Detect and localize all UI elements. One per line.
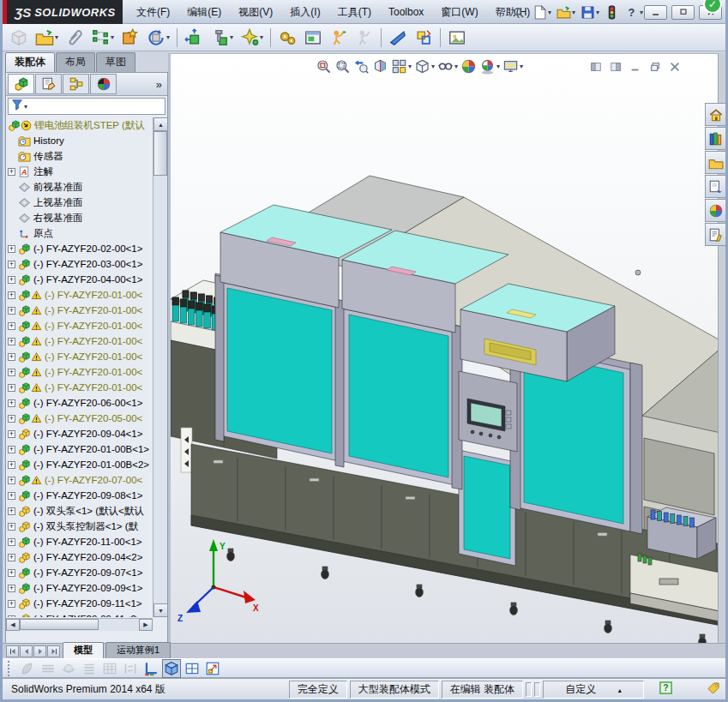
minimize-button[interactable] [644, 5, 667, 20]
display-style-button[interactable]: ▾ [413, 57, 436, 75]
tree-item[interactable]: (-) FY-AZYF20-02-00<1> [6, 241, 167, 256]
filter-funnel-icon[interactable] [11, 99, 23, 114]
save-doc-button[interactable]: ▾ [579, 4, 601, 21]
expand-toggle-icon[interactable] [8, 554, 15, 561]
tree-item-label[interactable]: (-) FY-AZYF20-07-00< [45, 475, 142, 485]
tree-item-label[interactable]: (-) FY-AZYF20-01-00< [45, 290, 142, 300]
scroll-up-button[interactable]: ▲ [153, 117, 168, 131]
design-library-button[interactable] [705, 127, 727, 150]
expand-toggle-icon[interactable] [8, 615, 15, 618]
dropdown-caret-icon[interactable]: ▾ [230, 33, 233, 41]
panel-overflow-button[interactable]: » [156, 78, 162, 91]
tree-item[interactable]: (-) FY-AZYF20-06-00<1> [6, 395, 167, 411]
doc-restore-button[interactable] [648, 60, 662, 74]
tree-item[interactable]: History [6, 133, 167, 148]
expand-toggle-icon[interactable] [8, 461, 15, 469]
menu-item-5[interactable]: 工具(T) [329, 3, 380, 21]
tree-item-label[interactable]: (-) FY-AZYF20-01-00< [45, 305, 142, 315]
status-tag-icon[interactable] [707, 681, 720, 698]
tree-item-label[interactable]: 锂电池组装机STEP (默认 [34, 119, 145, 132]
tree-item-label[interactable]: (-) FY-AZYF20-09-11<2> [33, 614, 142, 617]
tab-模型[interactable]: 模型 [63, 642, 104, 658]
tree-item[interactable]: (-) FY-AZYF20-05-00< [6, 411, 167, 426]
tree-item-label[interactable]: (-) 双头泵<1> (默认<默认 [33, 505, 144, 518]
tree-item[interactable]: (-) FY-AZYF20-04-00<1> [6, 272, 167, 287]
new-doc-button[interactable]: ▾ [531, 4, 553, 21]
menu-item-2[interactable]: 编辑(E) [178, 3, 230, 21]
tree-item[interactable]: (-) FY-AZYF20-01-00< [6, 303, 167, 318]
expand-toggle-icon[interactable] [8, 353, 15, 361]
motion-gears-button[interactable] [275, 26, 299, 50]
tree-item[interactable]: (-) FY-AZYF20-01-00< [6, 287, 167, 303]
dropdown-caret-icon[interactable]: ▾ [408, 63, 412, 70]
tree-item-label[interactable]: (-) FY-AZYF20-09-09<1> [33, 583, 142, 593]
tree-item[interactable]: (-) FY-AZYF20-01-00< [6, 380, 167, 395]
tree-item[interactable]: (-) FY-AZYF20-09-04<1> [6, 426, 167, 441]
doc-close-button[interactable] [668, 60, 682, 74]
dropdown-caret-icon[interactable]: ▾ [431, 63, 435, 70]
dropdown-caret-icon[interactable]: ▾ [596, 9, 599, 16]
nav-next-button[interactable] [33, 645, 46, 657]
smart-fasteners-button[interactable]: ▾ [208, 26, 236, 50]
tree-item[interactable]: 右视基准面 [6, 210, 167, 225]
tree-item[interactable]: (-) FY-AZYF20-01-00< [6, 318, 167, 333]
expand-toggle-icon[interactable] [8, 384, 15, 392]
tree-item-label[interactable]: (-) FY-AZYF20-03-00<1> [33, 259, 142, 269]
hide-show-button[interactable]: ▾ [436, 57, 459, 75]
menu-item-3[interactable]: 视图(V) [230, 3, 281, 21]
tree-item-label[interactable]: (-) FY-AZYF20-02-00<1> [33, 243, 142, 254]
dropdown-caret-icon[interactable]: ▾ [454, 63, 458, 70]
tree-item[interactable]: (-) FY-AZYF20-09-07<1> [6, 565, 167, 580]
file-explorer-button[interactable] [705, 151, 727, 174]
zoom-area-button[interactable] [334, 57, 352, 75]
dropdown-caret-icon[interactable]: ▾ [111, 33, 114, 41]
menu-item-4[interactable]: 插入(I) [281, 3, 328, 21]
tree-item-label[interactable]: 右视基准面 [33, 212, 83, 225]
tree-item-label[interactable]: (-) FY-AZYF20-01-00< [45, 351, 142, 362]
tree-item[interactable]: 上视基准面 [6, 195, 167, 210]
filter-caret[interactable]: ▾ [24, 103, 27, 111]
interference-check-button[interactable] [412, 26, 436, 50]
graphics-viewport[interactable]: ▾▾▾▾▾ [171, 53, 718, 643]
nav-prev-button[interactable] [20, 645, 33, 657]
preview-window-button[interactable] [301, 26, 325, 50]
tree-item-label[interactable]: (-) FY-AZYF20-11-00<1> [33, 537, 142, 547]
tree-item-label[interactable]: (-) FY-AZYF20-09-07<1> [33, 567, 142, 578]
traffic-light-button[interactable] [603, 4, 621, 21]
tree-item[interactable]: (-) FY-AZYF20-09-11<1> [6, 596, 167, 611]
paperclip-button[interactable] [63, 26, 87, 50]
tree-item-label[interactable]: 前视基准面 [33, 181, 83, 194]
expand-toggle-icon[interactable] [8, 261, 15, 268]
rotate-component-button[interactable]: ▾ [144, 26, 172, 50]
tree-item-label[interactable]: (-) FY-AZYF20-01-00B<2> [33, 459, 149, 470]
tree-item-label[interactable]: (-) FY-AZYF20-09-11<1> [33, 598, 142, 609]
open-folder-button[interactable]: ▾ [33, 26, 61, 50]
custom-properties-button[interactable] [705, 223, 727, 246]
tree-horizontal-scrollbar[interactable]: ◀ ▶ [6, 618, 153, 631]
section-blade-button[interactable] [386, 26, 410, 50]
section-view-button[interactable] [371, 57, 389, 75]
tree-item[interactable]: (-) FY-AZYF20-01-00B<1> [6, 441, 167, 457]
tree-item[interactable]: (-) FY-AZYF20-11-00<1> [6, 534, 167, 549]
pane-left-button[interactable] [589, 60, 603, 74]
tree-item-label[interactable]: (-) FY-AZYF20-01-00< [45, 336, 142, 346]
tree-item-label[interactable]: (-) FY-AZYF20-05-00< [45, 413, 142, 423]
view-settings-button[interactable]: ▾ [502, 57, 524, 75]
bt-cube-button[interactable] [162, 659, 181, 678]
tree-item[interactable]: (-) FY-AZYF20-01-00< [6, 333, 167, 349]
tree-item[interactable]: (-) FY-AZYF20-09-04<2> [6, 549, 167, 565]
mate-button[interactable]: ▾ [88, 26, 117, 50]
tree-item-label[interactable]: (-) FY-AZYF20-09-04<1> [33, 429, 142, 439]
expand-toggle-icon[interactable] [8, 276, 15, 284]
expand-toggle-icon[interactable] [8, 168, 15, 176]
tree-item[interactable]: (-) FY-AZYF20-03-00<1> [6, 256, 167, 272]
tree-item-label[interactable]: (-) FY-AZYF20-01-00< [45, 321, 142, 331]
expand-toggle-icon[interactable] [8, 523, 15, 531]
scene-button[interactable]: ▾ [478, 57, 501, 75]
nav-last-button[interactable] [47, 645, 60, 657]
open-doc-button[interactable]: ▾ [555, 4, 577, 21]
scroll-left-button[interactable]: ◀ [6, 619, 20, 631]
tree-item[interactable]: (-) FY-AZYF20-01-00< [6, 364, 167, 380]
expand-toggle-icon[interactable] [8, 538, 15, 546]
tree-item-label[interactable]: 上视基准面 [33, 196, 83, 209]
